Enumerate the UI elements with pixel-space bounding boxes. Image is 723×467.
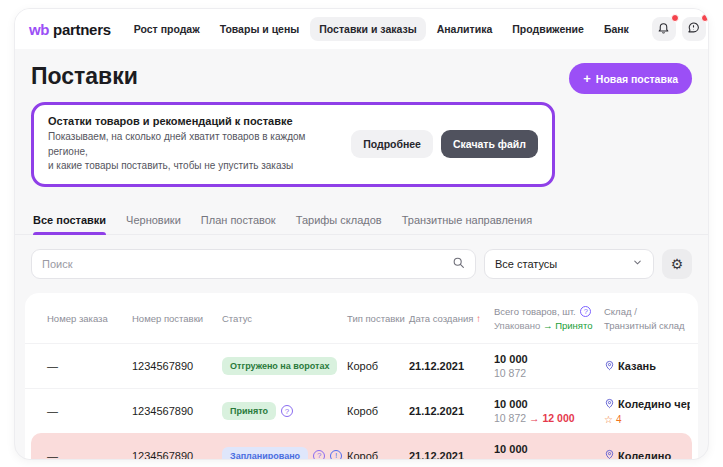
filters-toolbar: Все статусы ⚙ <box>15 235 708 285</box>
nav-item-goods-prices[interactable]: Товары и цены <box>211 17 309 41</box>
download-file-button[interactable]: Скачать файл <box>441 130 538 158</box>
question-circle-icon[interactable]: ? <box>281 405 293 417</box>
col-header-supply-number: Номер поставки <box>132 312 222 326</box>
cell-creation-date: 21.12.2021 <box>409 360 494 372</box>
rating-value: 4 <box>616 414 622 425</box>
stock-recommendations-banner: Остатки товаров и рекомендаций к поставк… <box>31 102 555 187</box>
banner-subtitle-line1: Показываем, на сколько дней хватит товар… <box>48 130 341 159</box>
location-pin-icon <box>604 398 615 411</box>
tab-supply-plan[interactable]: План поставок <box>201 207 276 234</box>
question-circle-icon[interactable]: ? <box>313 450 325 461</box>
creation-date-label: Дата создания <box>409 313 473 324</box>
table-settings-button[interactable]: ⚙ <box>662 249 692 279</box>
banner-text: Остатки товаров и рекомендаций к поставк… <box>48 115 341 174</box>
page-title: Поставки <box>31 63 138 90</box>
delta-value: 12 000 <box>542 412 574 424</box>
logo-partners: partners <box>53 21 111 38</box>
packed-value: 10 872 <box>494 457 604 461</box>
search-input[interactable] <box>42 258 444 270</box>
details-button[interactable]: Подробнее <box>351 130 433 158</box>
banner-buttons: Подробнее Скачать файл <box>351 130 538 158</box>
status-badge: Запланировано <box>222 447 308 461</box>
table-header-row: Номер заказа Номер поставки Статус Тип п… <box>25 293 698 344</box>
notifications-button[interactable] <box>652 17 676 41</box>
cell-creation-date: 21.12.2021 <box>409 450 494 461</box>
cell-order-number: — <box>47 360 132 372</box>
cell-order-number: — <box>47 405 132 417</box>
total-value: 10 000 <box>494 443 604 455</box>
cell-warehouse: Коледино через Екатер ☆ 4 <box>604 398 690 425</box>
packed-value: 10 872 <box>494 367 604 379</box>
table-row[interactable]: — 1234567890 Принято ? Короб 21.12.2021 … <box>25 388 698 433</box>
cell-supply-type: Короб <box>347 405 409 417</box>
status-badge: Принято <box>222 402 276 420</box>
feedback-button[interactable] <box>682 17 706 41</box>
tab-transit-directions[interactable]: Транзитные направления <box>402 207 532 234</box>
packed-label: Упаковано <box>494 320 540 331</box>
cell-total-goods: 10 000 10 872 <box>494 353 604 379</box>
app-window: wb partners Рост продаж Товары и цены По… <box>14 8 709 460</box>
nav-item-sales-growth[interactable]: Рост продаж <box>125 17 209 41</box>
star-icon: ☆ <box>604 414 613 425</box>
col-header-creation-date[interactable]: Дата создания ↑ <box>409 311 494 326</box>
notification-dot <box>701 14 709 22</box>
main-nav: Рост продаж Товары и цены Поставки и зак… <box>125 17 638 41</box>
warehouse-name: Казань <box>618 360 656 372</box>
cell-supply-number: 1234567890 <box>132 405 222 417</box>
warehouse-name: Коледино <box>618 450 671 461</box>
tab-drafts[interactable]: Черновики <box>126 207 181 234</box>
new-supply-label: Новая поставка <box>596 73 678 85</box>
cell-status: Отгружено на воротах <box>222 357 347 375</box>
cell-total-goods: 10 000 10 872 <box>494 443 604 461</box>
cell-status: Запланировано ? ! <box>222 447 347 461</box>
nav-item-analytics[interactable]: Аналитика <box>428 17 502 41</box>
cell-total-goods: 10 000 10 872 → 12 000 <box>494 398 604 424</box>
tab-all-supplies[interactable]: Все поставки <box>33 207 106 234</box>
info-circle-icon[interactable]: ! <box>330 450 342 461</box>
chevron-down-icon <box>632 257 643 270</box>
total-goods-label: Всего товаров, шт. <box>494 306 576 317</box>
col-header-status: Статус <box>222 312 347 326</box>
plus-icon: + <box>583 71 591 86</box>
new-supply-button[interactable]: + Новая поставка <box>569 63 692 94</box>
location-pin-icon <box>604 360 615 373</box>
cell-warehouse: Казань <box>604 360 690 373</box>
sort-ascending-icon[interactable]: ↑ <box>476 313 481 324</box>
packed-value: 10 872 <box>494 412 526 424</box>
total-value: 10 000 <box>494 398 604 410</box>
status-badge: Отгружено на воротах <box>222 357 337 375</box>
search-icon <box>452 255 465 273</box>
table-row-highlighted[interactable]: — 1234567890 Запланировано ? ! Короб 21.… <box>31 433 692 460</box>
banner-title: Остатки товаров и рекомендаций к поставк… <box>48 115 341 127</box>
bell-icon <box>657 20 670 38</box>
nav-item-supplies-orders[interactable]: Поставки и заказы <box>310 17 425 41</box>
accepted-label: Принято <box>555 320 592 331</box>
arrow-right-icon: → <box>529 412 540 424</box>
nav-item-bank[interactable]: Банк <box>595 17 638 41</box>
cell-creation-date: 21.12.2021 <box>409 405 494 417</box>
col-header-supply-type: Тип поставки <box>347 312 409 326</box>
nav-item-promotion[interactable]: Продвижение <box>503 17 593 41</box>
logo-wb: wb <box>29 21 49 38</box>
arrow-right-icon: → <box>543 320 553 331</box>
status-filter-value: Все статусы <box>495 258 557 270</box>
question-circle-icon[interactable]: ? <box>580 306 591 317</box>
col-header-total-goods: Всего товаров, шт. ? Упаковано → Принято <box>494 305 604 334</box>
supplies-table: Номер заказа Номер поставки Статус Тип п… <box>25 293 698 461</box>
gear-icon: ⚙ <box>671 256 684 272</box>
cell-order-number: — <box>47 450 132 461</box>
col-header-order-number: Номер заказа <box>47 312 132 326</box>
cell-supply-type: Короб <box>347 450 409 461</box>
supplies-tabs: Все поставки Черновики План поставок Тар… <box>15 207 708 235</box>
cell-supply-number: 1234567890 <box>132 450 222 461</box>
wb-partners-logo[interactable]: wb partners <box>29 21 111 38</box>
banner-subtitle-line2: и какие товары поставить, чтобы не упуст… <box>48 159 341 174</box>
feedback-icon <box>687 20 700 38</box>
search-box <box>31 249 476 279</box>
col-header-warehouse: Склад / Транзитный склад <box>604 305 690 334</box>
table-row[interactable]: — 1234567890 Отгружено на воротах Короб … <box>25 343 698 388</box>
title-row: Поставки + Новая поставка <box>15 49 708 94</box>
tab-warehouse-tariffs[interactable]: Тарифы складов <box>296 207 382 234</box>
cell-supply-number: 1234567890 <box>132 360 222 372</box>
status-filter-select[interactable]: Все статусы <box>484 249 654 279</box>
